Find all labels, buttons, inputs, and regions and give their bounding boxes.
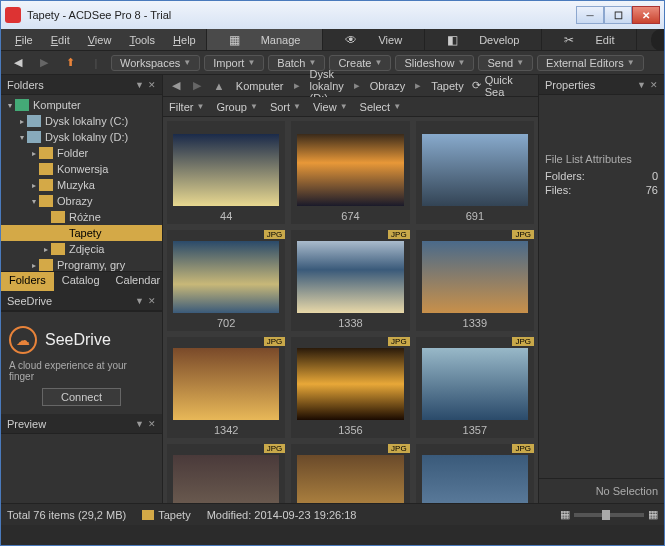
back-button[interactable]: ◀ [7,54,29,72]
close-panel-icon[interactable]: ✕ [148,296,156,306]
thumbnail-image [173,134,279,206]
mode-365[interactable]: ⟳365 [636,29,665,50]
zoom-slider[interactable] [574,513,644,517]
thumbnail-caption: 1342 [167,422,285,438]
maximize-button[interactable]: ☐ [604,6,632,24]
thumbnail-image [422,241,528,313]
pin-icon[interactable]: ▼ [135,419,144,429]
external-editors-menu[interactable]: External Editors▼ [537,55,644,71]
mode-develop[interactable]: ◧Develop [424,29,541,50]
connect-button[interactable]: Connect [42,388,121,406]
thumbnail-item[interactable]: 674 [291,121,409,224]
breadcrumb-bar: ◀ ▶ ▲ Komputer▸ Dysk lokalny (D:)▸ Obraz… [163,75,538,97]
tree-folder[interactable]: ▸Folder [1,145,162,161]
seedrive-title: SeeDrive [45,331,111,349]
pin-icon[interactable]: ▼ [637,80,646,90]
jpg-badge: JPG [264,230,286,239]
tree-zdjecia[interactable]: ▸Zdjęcia [1,241,162,257]
thumbnail-image [173,241,279,313]
view-menu[interactable]: View▼ [313,101,348,113]
app-icon [5,7,21,23]
bc-fwd[interactable]: ▶ [189,79,207,92]
thumbnail-image [173,455,279,503]
thumbnail-grid: 44674691JPG702JPG1338JPG1339JPG1342JPG13… [163,117,538,503]
select-menu[interactable]: Select▼ [360,101,402,113]
menu-view[interactable]: View [80,32,120,48]
seedrive-header: SeeDrive ▼ ✕ [1,291,162,311]
workspaces-menu[interactable]: Workspaces▼ [111,55,200,71]
tab-folders[interactable]: Folders [1,272,54,291]
thumbnail-item[interactable]: JPG1339 [416,230,534,331]
thumbnail-item[interactable]: JPG1356 [291,337,409,438]
quick-search[interactable]: ⟳Quick Sea [472,74,534,98]
filter-menu[interactable]: Filter▼ [169,101,204,113]
thumbnail-image [422,455,528,503]
forward-button[interactable]: ▶ [33,54,55,72]
jpg-badge: JPG [388,230,410,239]
mode-view[interactable]: 👁View [322,29,424,50]
group-menu[interactable]: Group▼ [216,101,258,113]
thumbnail-caption: 691 [416,208,534,224]
preview-header: Preview ▼ ✕ [1,414,162,434]
tree-drive-c[interactable]: ▸Dysk lokalny (C:) [1,113,162,129]
tab-catalog[interactable]: Catalog [54,272,108,291]
tree-komputer[interactable]: ▾Komputer [1,97,162,113]
tree-obrazy[interactable]: ▾Obrazy [1,193,162,209]
status-modified: Modified: 2014-09-23 19:26:18 [207,509,357,521]
tree-programy[interactable]: ▸Programy, gry [1,257,162,271]
tree-rozne[interactable]: Różne [1,209,162,225]
menu-edit[interactable]: Edit [43,32,78,48]
sort-menu[interactable]: Sort▼ [270,101,301,113]
folders-panel-header: Folders ▼ ✕ [1,75,162,95]
jpg-badge: JPG [264,337,286,346]
close-panel-icon[interactable]: ✕ [650,80,658,90]
mode-edit[interactable]: ✂Edit [541,29,636,50]
thumbnail-item[interactable]: JPG1342 [167,337,285,438]
edit-icon: ✂ [556,31,582,49]
seedrive-tagline: A cloud experience at your finger [9,360,154,382]
thumbnail-item[interactable]: JPG1338 [291,230,409,331]
folders-value: 0 [652,170,658,182]
mode-manage[interactable]: ▦Manage [206,29,323,50]
thumbnail-image [297,134,403,206]
tree-muzyka[interactable]: ▸Muzyka [1,177,162,193]
menu-file[interactable]: File [7,32,41,48]
zoom-in-icon[interactable]: ▦ [648,508,658,521]
thumbnail-item[interactable]: JPG1357 [416,337,534,438]
close-panel-icon[interactable]: ✕ [148,419,156,429]
send-menu[interactable]: Send▼ [478,55,533,71]
minimize-button[interactable]: ─ [576,6,604,24]
jpg-badge: JPG [512,444,534,453]
menu-tools[interactable]: Tools [121,32,163,48]
bc-up[interactable]: ▲ [210,80,228,92]
thumbnail-caption: 1338 [291,315,409,331]
files-label: Files: [545,184,571,196]
menu-help[interactable]: Help [165,32,204,48]
thumbnail-item[interactable]: 44 [167,121,285,224]
close-button[interactable]: ✕ [632,6,660,24]
tree-tapety[interactable]: Tapety [1,225,162,241]
tree-drive-d[interactable]: ▾Dysk lokalny (D:) [1,129,162,145]
close-panel-icon[interactable]: ✕ [148,80,156,90]
up-button[interactable]: ⬆ [59,54,81,72]
thumbnail-caption: 1357 [416,422,534,438]
tree-konwersja[interactable]: Konwersja [1,161,162,177]
cycle-icon: ⟳ [659,31,665,49]
pin-icon[interactable]: ▼ [135,296,144,306]
bc-back[interactable]: ◀ [167,79,185,92]
seedrive-logo-icon: ☁ [9,326,37,354]
thumbnail-image [297,348,403,420]
thumbnail-caption: 1339 [416,315,534,331]
thumbnail-item[interactable]: JPG [167,444,285,503]
thumbnail-item[interactable]: JPG [291,444,409,503]
thumbnail-item[interactable]: JPG702 [167,230,285,331]
no-selection-label: No Selection [539,478,664,503]
jpg-badge: JPG [512,337,534,346]
thumbnail-item[interactable]: JPG [416,444,534,503]
pin-icon[interactable]: ▼ [135,80,144,90]
thumbnail-item[interactable]: 691 [416,121,534,224]
tab-calendar[interactable]: Calendar [108,272,169,291]
thumbnail-caption: 44 [167,208,285,224]
sep: | [85,54,107,72]
zoom-out-icon[interactable]: ▦ [560,508,570,521]
